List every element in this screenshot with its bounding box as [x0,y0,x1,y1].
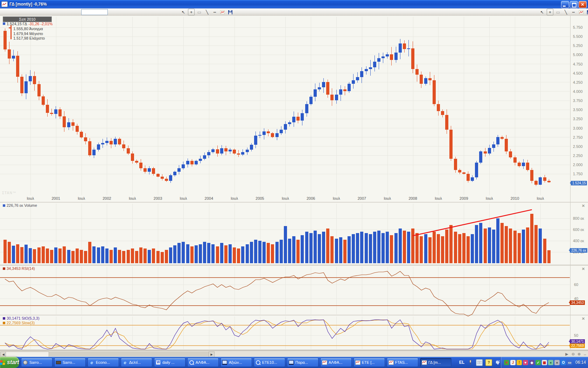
tray-antivirus-icon[interactable]: ✓ [536,360,541,365]
chart-icon [422,360,427,365]
svg-text:3.250: 3.250 [573,117,583,121]
svg-text:4.500: 4.500 [573,71,583,75]
chart-icon [355,360,360,365]
taskbar-button-γδm[interactable]: ΓΔ [m... [420,358,451,367]
desktop: { "window": { "title": "ΓΔ [montly] -0,7… [0,0,588,368]
rsi-pane-close-icon[interactable]: ✕ [581,267,586,271]
microphone-icon[interactable] [467,360,473,366]
language-indicator[interactable]: EL [459,360,464,365]
svg-text:2.000: 2.000 [573,163,583,167]
pane-scroll-right-button[interactable]: ▶ [564,352,569,356]
language-bar: EL ? ▼ [459,359,501,366]
tray-volume-icon[interactable]: ● [554,360,560,365]
tray-app-purple-icon[interactable]: ◆ [529,360,534,365]
tray-opera-icon[interactable]: O [561,360,566,365]
svg-text:3.750: 3.750 [573,98,583,103]
stochastic-pane-close-icon[interactable]: ✕ [581,316,586,321]
legend-high: 1.679,94 Μέγιστο [13,31,43,36]
series-marker-icon [3,22,5,25]
word-document-icon: W [156,360,161,365]
dotted-line-icon[interactable]: ┉ [570,9,576,15]
task-button-label: Αξιών... [229,360,242,364]
taskbar-button-econo[interactable]: eEcono... [88,358,119,367]
taskbar-button-παρα[interactable]: Παρα... [287,358,318,367]
zoom-in-button[interactable]: ⊕ [576,352,582,356]
svg-text:4.750: 4.750 [573,62,583,66]
monitor-icon [289,360,294,365]
app-chart-icon [1,1,8,7]
svg-text:Ιουλ: Ιουλ [129,196,136,200]
task-button-label: Δελτί... [129,360,141,364]
crosshair-icon[interactable]: + [188,9,195,15]
taskbar-button-ετε[interactable]: ΕΤΕ [... [354,358,385,367]
tray-java-icon[interactable]: J [510,360,516,365]
svg-text:Ιουλ: Ιουλ [180,196,187,200]
scroll-right-button[interactable]: ▶ [209,352,215,357]
svg-text:2001: 2001 [51,196,60,200]
fit-width-button[interactable]: ↔ [582,352,588,356]
pane-bg [0,16,588,196]
tray-security-shield-icon[interactable]: ! [517,360,522,365]
trendline-icon[interactable]: ╲ [204,9,210,15]
chart-icon [322,360,327,365]
close-button[interactable]: ✕ [579,1,587,8]
task-button-label: Sarro... [29,360,42,364]
save-icon[interactable] [227,9,233,15]
svg-text:Ιουλ: Ιουλ [537,196,544,200]
help-icon[interactable]: ? [485,359,492,366]
rectangle-icon[interactable]: ▭ [555,9,561,15]
task-button-label: ΕΤΕ10... [262,360,277,364]
stochastic-d-tag: 22,7569 [570,343,585,348]
restore-toolbar-icon[interactable]: ▼ [495,360,501,366]
tray-network-icon[interactable]: ▭ [567,360,572,365]
taskbar-button-daily[interactable]: Wdaily ... [154,358,186,367]
volume-label: 226,76 εκ Volume [3,203,37,207]
maximize-button[interactable] [570,1,578,8]
taskbar-button-ftas[interactable]: FTAS... [387,358,418,367]
taskbar-button-δελτ[interactable]: eΔελτί... [121,358,152,367]
svg-text:50: 50 [574,333,578,338]
magnifier-icon [189,360,194,365]
taskbar-button-αλφα[interactable]: ΑΛΦΑ... [187,358,219,367]
svg-text:600 εκ: 600 εκ [573,227,584,232]
stochastic-d-label: 22,7569 Slow(3) [3,321,35,325]
toolbar-icons-left: ↖ + ▭ ╲ ┉ [180,9,233,15]
tray-network-error-icon[interactable]: ✕ [504,360,509,365]
symbol-input[interactable] [81,9,108,15]
chart-canvas[interactable]: 5.7505.5005.2505.0004.7504.5004.2504.000… [0,16,588,350]
zoom-out-button[interactable]: ⊖ [570,352,576,356]
svg-text:2003: 2003 [154,196,162,200]
taskbar-button-sarro[interactable]: Sarro... [21,358,52,367]
taskbar-button-ετε10[interactable]: ΕΤΕ10... [254,358,285,367]
chart-icon[interactable] [219,9,225,15]
dotted-line-icon[interactable]: ┉ [212,9,218,15]
tray-green-app-icon[interactable]: ● [548,360,553,365]
svg-text:2008: 2008 [408,196,417,200]
svg-text:2.750: 2.750 [573,135,583,139]
crosshair-icon[interactable]: + [547,9,553,15]
gear-icon [23,360,28,365]
chart-icon[interactable] [578,9,584,15]
start-button[interactable]: start [0,357,19,368]
save-icon[interactable] [586,9,588,15]
rsi-label: 34,3453 RSI(14) [3,266,35,271]
pointer-icon[interactable]: ↖ [539,9,545,15]
minimize-button[interactable] [561,1,569,8]
tray-messenger-icon[interactable]: ♥ [523,360,528,365]
taskbar-button-αλφα[interactable]: ΑΛΦΑ... [320,358,352,367]
tray-grid-app-icon[interactable]: ▦ [542,360,547,365]
taskbar-button-αξιν[interactable]: Αξιών... [220,358,252,367]
pointer-icon[interactable]: ↖ [180,9,186,15]
svg-text:3.000: 3.000 [573,126,583,130]
svg-text:2009: 2009 [460,196,468,200]
stochastic-k-marker-icon [3,317,5,320]
rsi-marker-icon [3,267,5,270]
volume-pane-close-icon[interactable]: ✕ [581,204,586,208]
monitor-icon [222,360,227,365]
x-axis-labels: Ιουλ2001Ιουλ2002Ιουλ2003Ιουλ2004Ιουλ2005… [27,196,544,200]
keyboard-icon[interactable] [476,359,483,366]
taskbar-button-sarro[interactable]: Sarro... [54,358,86,367]
trendline-icon[interactable]: ╲ [563,9,569,15]
scrollbar-thumb[interactable] [6,352,49,357]
rectangle-icon[interactable]: ▭ [196,9,202,15]
